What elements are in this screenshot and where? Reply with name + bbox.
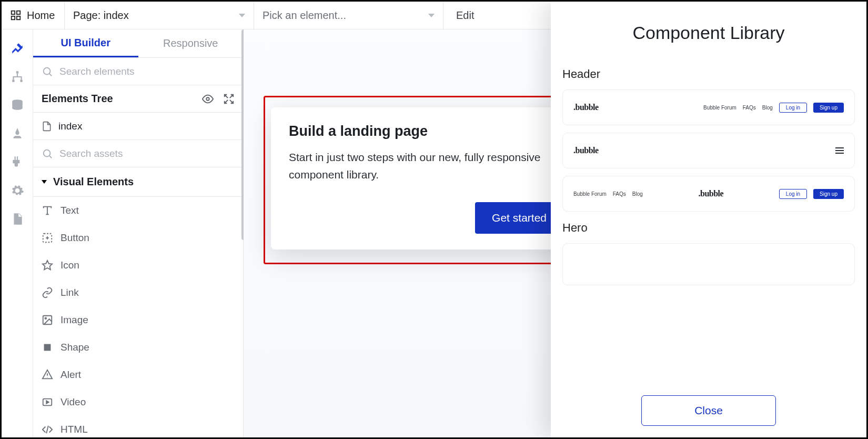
elements-list: Text Button Icon Link Image Shape Alert … [33, 197, 243, 437]
element-label: Button [60, 232, 89, 244]
caret-down-icon [239, 14, 245, 17]
element-button[interactable]: Button [33, 224, 243, 252]
header-nav: Bubble Forum FAQs Blog Log in Sign up [703, 103, 844, 113]
plugins-tab-icon[interactable] [10, 155, 25, 169]
eye-icon[interactable] [202, 93, 214, 105]
svg-rect-21 [44, 344, 51, 351]
chevron-down-icon [42, 180, 47, 184]
star-icon [42, 260, 53, 271]
element-text[interactable]: Text [33, 197, 243, 224]
svg-rect-0 [12, 11, 15, 14]
svg-marker-25 [46, 401, 49, 404]
nav-link: Blog [762, 105, 773, 111]
home-button[interactable]: Home [2, 2, 65, 29]
styles-tab-icon[interactable] [10, 126, 25, 141]
search-icon [42, 66, 53, 77]
grid-icon [10, 9, 22, 21]
element-icon[interactable]: Icon [33, 252, 243, 279]
header-nav-left: Bubble Forum FAQs Blog [573, 191, 643, 197]
element-image[interactable]: Image [33, 306, 243, 334]
svg-rect-1 [17, 11, 20, 14]
svg-rect-2 [12, 16, 15, 19]
onboard-card: Build a landing page Start in just two s… [271, 107, 581, 250]
elements-tree-header: Elements Tree [33, 85, 243, 113]
element-alert[interactable]: Alert [33, 361, 243, 388]
element-label: Alert [60, 369, 81, 381]
link-icon [42, 287, 53, 298]
nav-link: Bubble Forum [573, 191, 607, 197]
search-elements[interactable] [33, 58, 243, 85]
category-visual-elements[interactable]: Visual Elements [33, 167, 243, 197]
element-label: Link [60, 287, 79, 298]
login-pill: Log in [779, 189, 807, 199]
sidebar-tabs: UI Builder Responsive [33, 29, 243, 58]
hamburger-icon [835, 147, 844, 154]
tab-ui-builder[interactable]: UI Builder [33, 29, 138, 57]
elements-tree-title: Elements Tree [42, 93, 113, 105]
search-assets[interactable] [33, 140, 243, 167]
close-panel-button[interactable]: Close [641, 395, 776, 426]
element-shape[interactable]: Shape [33, 334, 243, 361]
element-picker-dropdown[interactable]: Pick an element... [254, 2, 443, 29]
alert-icon [42, 369, 53, 381]
panel-title: Component Library [551, 2, 866, 58]
tab-responsive[interactable]: Responsive [138, 29, 244, 57]
tab-responsive-label: Responsive [163, 37, 218, 49]
edit-menu[interactable]: Edit [443, 2, 487, 29]
page-dropdown[interactable]: Page: index [65, 2, 254, 29]
code-icon [42, 424, 53, 435]
image-icon [42, 314, 53, 326]
nav-link: FAQs [743, 105, 756, 111]
category-label: Visual Elements [53, 176, 134, 188]
button-icon [42, 232, 53, 244]
search-icon [42, 148, 53, 159]
element-label: Shape [60, 342, 89, 353]
element-label: Icon [60, 260, 79, 271]
header-nav-right: Log in Sign up [779, 189, 844, 199]
svg-point-8 [44, 67, 51, 74]
expand-icon[interactable] [223, 93, 235, 105]
tab-ui-builder-label: UI Builder [61, 37, 110, 49]
get-started-button[interactable]: Get started [475, 202, 563, 234]
search-assets-input[interactable] [59, 148, 235, 159]
svg-point-10 [206, 97, 209, 101]
tree-item-index[interactable]: index [33, 113, 243, 140]
onboard-title: Build a landing page [289, 123, 563, 139]
element-video[interactable]: Video [33, 388, 243, 416]
element-link[interactable]: Link [33, 279, 243, 306]
workflow-tab-icon[interactable] [10, 69, 25, 84]
element-label: Video [60, 396, 86, 408]
nav-link: Bubble Forum [703, 105, 736, 111]
data-tab-icon[interactable] [10, 98, 25, 113]
svg-marker-18 [43, 261, 52, 270]
svg-rect-6 [20, 79, 22, 82]
element-html[interactable]: HTML [33, 416, 243, 437]
sidebar: UI Builder Responsive Elements Tree inde… [33, 29, 244, 437]
edit-label: Edit [456, 9, 474, 22]
page-icon [42, 121, 52, 132]
hero-component-1[interactable] [562, 243, 855, 285]
header-component-3[interactable]: Bubble Forum FAQs Blog .bubble Log in Si… [562, 176, 855, 212]
section-hero-label: Hero [562, 221, 855, 235]
nav-link: FAQs [613, 191, 626, 197]
component-library-panel: Component Library Header .bubble Bubble … [551, 2, 866, 437]
signup-pill: Sign up [813, 103, 844, 113]
left-rail [2, 29, 33, 437]
onboard-body: Start in just two steps with our new, fu… [289, 149, 563, 183]
caret-down-icon [428, 14, 435, 17]
logs-tab-icon[interactable] [10, 212, 25, 226]
search-elements-input[interactable] [59, 66, 235, 77]
svg-line-12 [49, 156, 52, 158]
svg-line-9 [49, 74, 52, 76]
svg-rect-3 [17, 16, 20, 19]
design-tab-icon[interactable] [10, 41, 25, 56]
text-icon [42, 205, 53, 216]
settings-tab-icon[interactable] [10, 183, 25, 198]
svg-rect-5 [12, 79, 14, 82]
element-label: Text [60, 205, 79, 216]
header-component-1[interactable]: .bubble Bubble Forum FAQs Blog Log in Si… [562, 89, 855, 125]
header-component-2[interactable]: .bubble [562, 133, 855, 168]
brand-logo: .bubble [573, 146, 599, 155]
svg-point-11 [44, 149, 51, 156]
login-pill: Log in [779, 103, 807, 113]
